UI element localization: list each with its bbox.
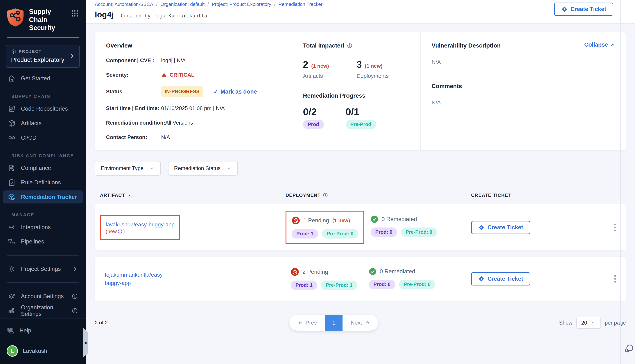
box-icon <box>8 119 16 127</box>
check-circle-icon <box>371 216 378 223</box>
mark-as-done-link[interactable]: ✓ Mark as done <box>214 88 257 95</box>
breadcrumb-project[interactable]: Project: Product Exploratory <box>212 2 271 7</box>
page-size-select[interactable]: 20 <box>576 317 601 329</box>
highlight-box: 1 Pending (1 new) Prod: 1 Pre-Prod: 0 <box>286 210 364 244</box>
cube-icon <box>11 49 16 54</box>
deployments-count: 3 <box>356 59 362 70</box>
breadcrumb-remediation-tracker[interactable]: Remediation Tracker <box>278 2 322 7</box>
preprod-badge: Pre-Prod: 0 <box>401 228 437 237</box>
section-supply-chain: SUPPLY CHAIN <box>12 94 79 99</box>
next-page-button[interactable]: Next <box>343 315 378 330</box>
create-ticket-cell: Create Ticket <box>471 221 621 234</box>
condition-label: Remediation condition: <box>106 120 165 126</box>
artifact-cell: tejakummarikuntla/easy-buggy-app <box>100 266 286 292</box>
highlight-box: lavakush07/easy-buggy-app (new ) <box>100 215 180 240</box>
prod-badge: Prod: 0 <box>369 280 395 289</box>
sidebar-item-code-repositories[interactable]: Code Repositories <box>3 102 83 116</box>
sidebar-item-label: Code Repositories <box>21 106 68 112</box>
create-ticket-label: Create Ticket <box>488 276 523 282</box>
check-icon: ✓ <box>214 88 218 95</box>
artifact-link[interactable]: tejakummarikuntla/easy-buggy-app <box>105 270 180 287</box>
column-deployment: DEPLOYMENT <box>286 192 471 198</box>
arrow-left-icon <box>297 320 303 326</box>
status-badge: IN-PROGRESS <box>161 86 203 97</box>
remediated-count: 0 Remediated <box>380 268 415 275</box>
home-icon <box>8 74 16 82</box>
breadcrumb-organization[interactable]: Organization: default <box>160 2 204 7</box>
contact-value: N/A <box>161 134 170 140</box>
sidebar-item-organization-settings[interactable]: Organization Settings <box>3 304 83 318</box>
row-menu-kebab-icon[interactable] <box>612 272 618 286</box>
create-ticket-button[interactable]: Create Ticket <box>471 272 530 286</box>
sidebar-collapse-handle[interactable]: ◀ <box>83 328 88 358</box>
info-icon[interactable] <box>323 193 328 198</box>
sidebar-item-get-started[interactable]: Get Started <box>3 72 83 85</box>
artifact-cell: lavakush07/easy-buggy-app (new ) <box>100 215 286 240</box>
ticket-diamond-icon <box>478 276 485 282</box>
sidebar-item-cicd[interactable]: CI/CD <box>3 131 83 144</box>
collapse-link[interactable]: Collapse <box>584 42 615 48</box>
create-ticket-button[interactable]: Create Ticket <box>471 221 530 234</box>
sidebar-item-integrations[interactable]: Integrations <box>3 221 83 234</box>
table-header: ARTIFACT DEPLOYMENT CREATE TICKET <box>95 192 626 198</box>
org-chart-gear-icon <box>8 307 16 315</box>
sidebar-item-remediation-tracker[interactable]: Remediation Tracker <box>3 190 83 204</box>
app-switcher-grid-icon[interactable] <box>71 9 79 18</box>
severity-label: Severity: <box>106 72 161 78</box>
preprod-badge: Pre-Prod: 0 <box>322 229 358 238</box>
pager: Prev 1 Next <box>289 315 378 330</box>
artifact-link[interactable]: lavakush07/easy-buggy-app <box>106 220 174 228</box>
breadcrumb-account[interactable]: Account: Automation-SSCA <box>95 2 153 7</box>
project-selector[interactable]: PROJECT Product Exploratory <box>6 44 80 68</box>
infinity-icon <box>8 134 16 142</box>
column-artifact[interactable]: ARTIFACT <box>100 192 286 198</box>
breadcrumb-separator: / <box>273 2 277 7</box>
collapse-label: Collapse <box>584 42 608 48</box>
deployments-label: Deployments <box>356 73 389 79</box>
progress-prod: 0/2 Prod <box>303 106 324 129</box>
created-by: Created by Teja Kummarikuntla <box>121 13 207 18</box>
sidebar-item-pipelines[interactable]: Pipelines <box>3 235 83 248</box>
supply-chain-security-logo-icon <box>7 8 24 27</box>
sidebar-item-rule-definitions[interactable]: Rule Definitions <box>3 176 83 189</box>
sidebar-item-label: Project Settings <box>21 266 61 272</box>
remediation-status-filter[interactable]: Remediation Status <box>168 161 238 176</box>
environment-type-label: Environment Type <box>101 165 143 171</box>
sidebar-item-artifacts[interactable]: Artifacts <box>3 117 83 130</box>
sidebar-item-account-settings[interactable]: Account Settings <box>3 290 83 303</box>
info-icon[interactable] <box>72 308 78 314</box>
overview-column: Overview Component | CVE : log4j | N/A S… <box>95 32 292 150</box>
environment-type-filter[interactable]: Environment Type <box>95 161 161 176</box>
table-row: tejakummarikuntla/easy-buggy-app 2 Pendi… <box>95 257 626 301</box>
impact-column: Total Impacted 2 (1 new) Artifacts <box>292 32 420 150</box>
sidebar-item-project-settings[interactable]: Project Settings <box>3 262 83 276</box>
code-repository-icon <box>8 105 16 113</box>
row-menu-kebab-icon[interactable] <box>612 220 618 234</box>
support-chat-icon[interactable] <box>623 343 634 354</box>
time-value: 01/10/2025 01:08 pm | N/A <box>161 105 225 111</box>
create-ticket-cell: Create Ticket <box>471 272 621 286</box>
new-flag-open: (new <box>106 228 117 234</box>
help-button[interactable]: ? Help <box>7 326 79 335</box>
info-icon[interactable] <box>118 229 122 234</box>
main-content: Account: Automation-SSCA/ Organization: … <box>86 0 635 364</box>
info-icon[interactable] <box>347 43 352 48</box>
sidebar-item-label: Artifacts <box>21 120 42 126</box>
remediation-tracker-icon <box>8 193 16 201</box>
info-icon[interactable] <box>72 293 78 300</box>
section-risk-compliance: RISK AND COMPLIANCE <box>12 153 79 158</box>
page-1-button[interactable]: 1 <box>325 315 343 330</box>
section-manage: MANAGE <box>12 212 79 218</box>
divider <box>7 282 79 283</box>
impacted-deployments: 3 (1 new) Deployments <box>356 59 389 79</box>
prev-page-button[interactable]: Prev <box>289 315 325 330</box>
description-column: Vulnerability Description Collapse N/A C… <box>420 32 626 150</box>
sidebar: Supply Chain Security PROJECT Product Ex… <box>0 0 86 364</box>
create-ticket-button[interactable]: Create Ticket <box>554 2 613 16</box>
progress-preprod: 0/1 Pre-Prod <box>346 106 376 129</box>
total-impacted-heading: Total Impacted <box>303 42 344 49</box>
chevron-down-icon <box>150 166 155 171</box>
sidebar-item-compliance[interactable]: Compliance <box>3 162 83 175</box>
user-menu[interactable]: L Lavakush <box>7 345 79 357</box>
create-ticket-label: Create Ticket <box>488 224 523 231</box>
